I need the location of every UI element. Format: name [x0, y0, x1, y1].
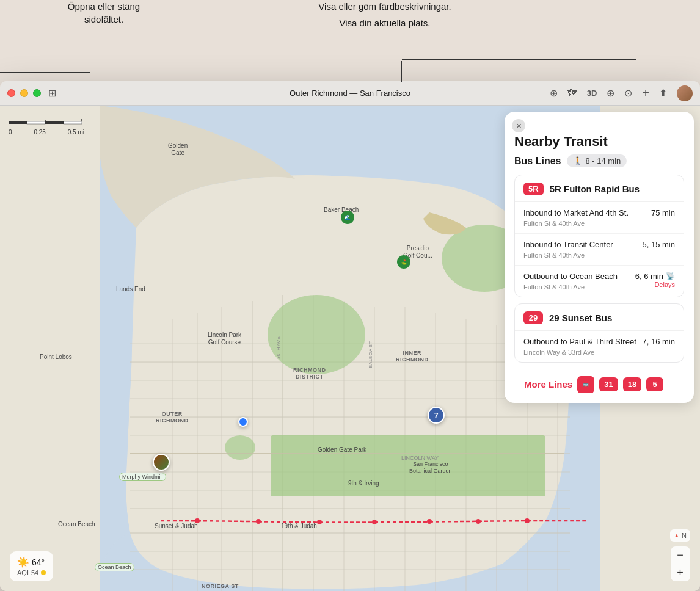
weather-aqi-label: AQI: [17, 569, 29, 576]
zoom-out-button[interactable]: −: [671, 546, 690, 564]
app-window: ⊞ Outer Richmond — San Francisco ⊕ 🗺 3D …: [0, 81, 700, 591]
weather-temperature: 64°: [32, 557, 45, 567]
svg-point-29: [268, 295, 365, 374]
route-name-5r: 5R Fulton Rapid Bus: [550, 184, 640, 194]
line-badge-31[interactable]: 31: [599, 377, 618, 391]
annotation-hline-directions: [402, 59, 636, 60]
svg-rect-28: [271, 435, 545, 496]
maximize-button[interactable]: [33, 89, 41, 97]
section-header: Bus Lines 🚶 8 - 14 min: [514, 154, 684, 167]
route-badge-29: 29: [523, 311, 543, 324]
route-stop-5r-2[interactable]: Inbound to Transit Center Fulton St & 40…: [515, 234, 684, 266]
weather-widget: ☀️ 64° AQI 54: [10, 551, 53, 581]
north-arrow: ▲: [674, 532, 679, 538]
line-badge-18[interactable]: 18: [623, 377, 641, 391]
panel-close-button[interactable]: ✕: [512, 119, 525, 132]
svg-point-37: [427, 519, 432, 524]
walk-icon: 🚶: [573, 156, 583, 165]
close-button[interactable]: [7, 89, 15, 97]
delay-icon-5r-3: 📡: [666, 272, 675, 280]
route-header-5r: 5R 5R Fulton Rapid Bus: [515, 175, 684, 202]
stop-street-5r-2: Fulton St & 40th Ave: [523, 252, 613, 259]
more-lines-label[interactable]: More Lines: [524, 379, 572, 390]
route-header-29: 29 29 Sunset Bus: [515, 304, 684, 331]
weather-sun-icon: ☀️: [17, 556, 29, 568]
map-controls: ▲ N − +: [670, 529, 690, 581]
route-card-29[interactable]: 29 29 Sunset Bus Outbound to Paul & Thir…: [514, 303, 684, 363]
stop-street-5r-3: Fulton St & 40th Ave: [523, 283, 618, 291]
svg-point-31: [225, 435, 255, 460]
user-location-dot: [238, 417, 248, 427]
line-badge-5[interactable]: 5: [646, 377, 663, 391]
delay-text-5r-3: Delays: [654, 281, 675, 288]
route-stop-5r-1[interactable]: Inbound to Market And 4th St. Fulton St …: [515, 202, 684, 234]
north-indicator: ▲ N: [670, 529, 690, 542]
svg-rect-50: [64, 121, 82, 124]
sidebar-toggle-button[interactable]: ⊞: [48, 87, 56, 99]
titlebar: ⊞ Outer Richmond — San Francisco ⊕ 🗺 3D …: [0, 81, 700, 106]
annotation-hline-sidebar: [0, 72, 90, 73]
svg-rect-47: [9, 121, 27, 124]
stop-destination-5r-3: Outbound to Ocean Beach: [523, 272, 618, 282]
svg-rect-49: [45, 121, 64, 124]
zoom-controls: − +: [671, 546, 690, 581]
3d-button[interactable]: 3D: [587, 89, 597, 98]
baker-beach-marker[interactable]: 🌊: [341, 211, 354, 224]
north-label: N: [682, 532, 687, 539]
map-icon[interactable]: 🗺: [567, 88, 577, 99]
stop-time-29-1: 7, 16 min: [643, 337, 675, 346]
route-stop-29-1[interactable]: Outbound to Paul & Third Street Lincoln …: [515, 331, 684, 362]
aqi-indicator: [41, 570, 46, 575]
more-lines-bus-icon: 🚌: [577, 376, 594, 393]
scale-label-025: 0.25: [34, 129, 45, 136]
svg-text:BALBOA ST: BALBOA ST: [368, 341, 373, 368]
svg-rect-48: [27, 121, 45, 124]
svg-point-36: [372, 520, 377, 524]
location-icon[interactable]: ⊕: [550, 87, 558, 99]
svg-point-38: [476, 519, 481, 524]
minimize-button[interactable]: [20, 89, 28, 97]
svg-point-33: [195, 518, 200, 523]
location-marker-7[interactable]: 7: [428, 407, 445, 424]
clock-icon[interactable]: ⊙: [624, 87, 632, 99]
route-stop-5r-3[interactable]: Outbound to Ocean Beach Fulton St & 40th…: [515, 266, 684, 297]
stop-time-5r-1: 75 min: [651, 208, 675, 217]
stop-time-value-5r-3: 6, 6 min: [635, 272, 663, 281]
scale-label-05: 0.5 mi: [68, 129, 84, 136]
window-title: Outer Richmond — San Francisco: [290, 89, 410, 98]
svg-point-35: [317, 520, 322, 524]
svg-text:30TH AVE: 30TH AVE: [275, 336, 281, 359]
panel-content: Nearby Transit Bus Lines 🚶 8 - 14 min 5R…: [505, 124, 694, 393]
svg-text:LINCOLN WAY: LINCOLN WAY: [401, 455, 439, 461]
stop-time-5r-2: 5, 15 min: [643, 240, 675, 249]
annotation-line-sidebar: [90, 43, 90, 82]
annotation-line-location: [401, 61, 402, 82]
map-area[interactable]: 30TH AVE BALBOA ST LINCOLN WAY GoldenGat…: [0, 106, 700, 591]
profile-avatar[interactable]: [677, 85, 693, 101]
panel-title: Nearby Transit: [514, 134, 684, 150]
presidio-marker[interactable]: ⛳: [397, 255, 410, 269]
scale-bar: 0 0.25 0.5 mi: [9, 114, 94, 136]
annotation-line-directions: [636, 59, 636, 84]
stop-destination-5r-2: Inbound to Transit Center: [523, 240, 613, 250]
share-icon[interactable]: ⬆: [659, 87, 667, 99]
windmill-photo-marker[interactable]: [153, 454, 170, 471]
layers-icon[interactable]: ⊕: [607, 87, 614, 99]
section-label: Bus Lines: [514, 156, 561, 167]
weather-aqi-value: 54: [31, 569, 38, 576]
stop-street-29-1: Lincoln Way & 33rd Ave: [523, 349, 636, 356]
route-name-29: 29 Sunset Bus: [549, 313, 612, 323]
zoom-in-button[interactable]: +: [671, 564, 690, 581]
traffic-lights: [7, 89, 41, 97]
annotation-sidebar: Öppna eller stäng sidofältet.: [37, 0, 171, 26]
add-icon[interactable]: +: [642, 86, 649, 100]
stop-destination-5r-1: Inbound to Market And 4th St.: [523, 208, 629, 219]
toolbar-actions: ⊕ 🗺 3D ⊕ ⊙ + ⬆: [550, 85, 693, 101]
walk-time: 8 - 14 min: [585, 156, 621, 165]
svg-point-39: [525, 518, 530, 523]
route-badge-5r: 5R: [523, 183, 544, 195]
route-card-5r[interactable]: 5R 5R Fulton Rapid Bus Inbound to Market…: [514, 175, 684, 297]
annotation-location: Visa din aktuella plats.: [293, 16, 476, 29]
scale-label-0: 0: [9, 129, 12, 136]
transit-panel: ✕ Nearby Transit Bus Lines 🚶 8 - 14 min …: [505, 112, 694, 403]
